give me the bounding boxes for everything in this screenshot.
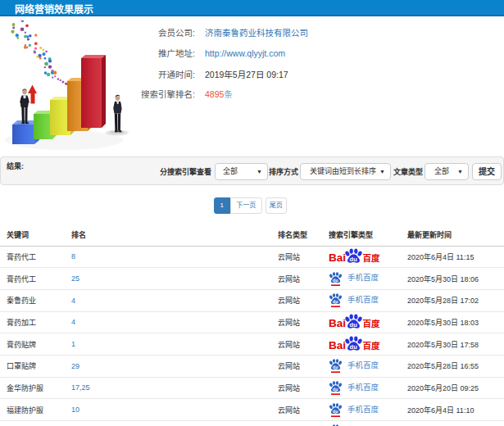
svg-text:Bai: Bai — [329, 252, 346, 264]
svg-text:du: du — [350, 256, 358, 263]
svg-text:du: du — [350, 343, 358, 351]
svg-text:du: du — [333, 299, 338, 304]
svg-text:du: du — [350, 321, 358, 329]
svg-text:du: du — [333, 365, 338, 369]
svg-text:百度: 百度 — [363, 341, 380, 351]
svg-text:du: du — [333, 277, 338, 282]
svg-text:du: du — [333, 409, 338, 414]
svg-text:Bai: Bai — [329, 317, 346, 329]
svg-text:Bai: Bai — [329, 339, 346, 351]
svg-text:百度: 百度 — [363, 253, 380, 263]
svg-text:百度: 百度 — [363, 319, 380, 329]
svg-text:du: du — [333, 387, 338, 392]
